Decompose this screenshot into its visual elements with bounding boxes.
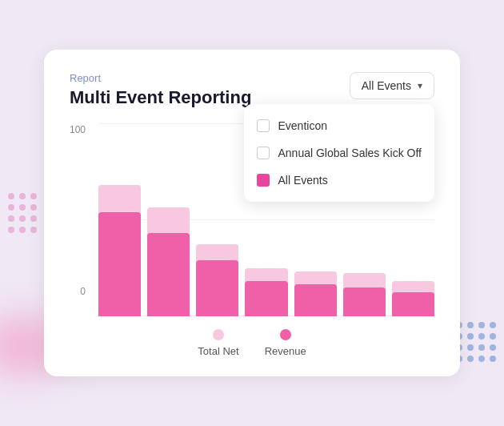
- dropdown-item-all[interactable]: All Events: [244, 167, 434, 194]
- bar-revenue-2: [196, 260, 238, 316]
- bar-group-5: [343, 273, 386, 316]
- totalnet-dot: [213, 329, 224, 340]
- bar-group-0: [98, 185, 141, 316]
- legend-label-revenue: Revenue: [265, 345, 306, 357]
- dropdown-item-label: Annual Global Sales Kick Off: [278, 147, 422, 159]
- bar-revenue-1: [147, 233, 190, 316]
- report-card: Report Multi Event Reporting All Events …: [44, 50, 460, 376]
- y-label-min: 0: [80, 286, 86, 297]
- decorative-dots-left: [8, 193, 37, 233]
- checkbox-annual[interactable]: [257, 147, 270, 159]
- legend: Total Net Revenue: [70, 329, 434, 357]
- chevron-down-icon: ▾: [418, 80, 422, 91]
- bar-revenue-3: [245, 281, 287, 316]
- page-title: Multi Event Reporting: [70, 87, 251, 108]
- bar-group-6: [392, 281, 434, 316]
- bar-group-1: [147, 207, 190, 316]
- bar-stack-6: [392, 281, 434, 316]
- bar-stack-2: [196, 244, 238, 316]
- bar-revenue-4: [294, 284, 337, 316]
- dropdown-item-eventicon[interactable]: Eventicon: [244, 112, 434, 139]
- bar-group-2: [196, 244, 238, 316]
- dropdown-item-label: Eventicon: [278, 119, 326, 132]
- title-block: Report Multi Event Reporting: [70, 72, 251, 108]
- bar-revenue-0: [98, 212, 141, 316]
- bar-stack-3: [245, 268, 287, 316]
- report-label: Report: [70, 72, 251, 84]
- bar-stack-4: [294, 271, 337, 316]
- bar-revenue-6: [392, 292, 434, 316]
- decorative-dots-right: [456, 322, 496, 362]
- events-dropdown-menu: Eventicon Annual Global Sales Kick Off A…: [244, 104, 434, 202]
- events-dropdown-button[interactable]: All Events ▾: [350, 72, 434, 99]
- bar-stack-5: [343, 273, 386, 316]
- bar-stack-1: [147, 207, 190, 316]
- bar-group-4: [294, 271, 337, 316]
- dropdown-item-label: All Events: [278, 174, 327, 187]
- bar-stack-0: [98, 185, 141, 316]
- legend-item-revenue: Revenue: [265, 329, 306, 357]
- legend-label-totalnet: Total Net: [198, 345, 238, 357]
- checkbox-eventicon[interactable]: [257, 119, 270, 132]
- revenue-dot: [280, 329, 291, 340]
- y-axis: 100 0: [70, 124, 90, 297]
- dropdown-label: All Events: [362, 79, 411, 92]
- checkbox-all-filled[interactable]: [257, 174, 270, 187]
- dropdown-item-annual[interactable]: Annual Global Sales Kick Off: [244, 139, 434, 167]
- bar-revenue-5: [343, 287, 386, 316]
- y-label-max: 100: [70, 124, 86, 135]
- bar-group-3: [245, 268, 287, 316]
- legend-item-totalnet: Total Net: [198, 329, 238, 357]
- card-header: Report Multi Event Reporting All Events …: [70, 72, 434, 108]
